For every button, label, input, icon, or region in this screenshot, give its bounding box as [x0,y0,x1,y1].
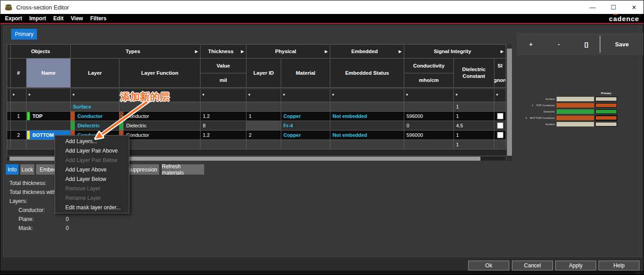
filter-dielectric[interactable]: * [454,89,494,102]
cell-thickness[interactable]: 1.2 [201,112,247,121]
cell-conductivity[interactable]: 0 [404,121,454,131]
vertical-scrollbar-thumb[interactable] [507,49,512,156]
plane-count-value: 0 [66,216,69,222]
preview-primary-dielectric[interactable] [595,109,617,114]
preview-primary-top-conductor[interactable] [595,103,617,108]
col-si-ignore: SI Ignore [494,59,506,88]
cell-embedded-status[interactable]: Not embedded [330,131,404,140]
menu-add-layer-above[interactable]: Add Layer Above [55,165,129,174]
cell-num[interactable]: 1 [11,112,27,121]
cell-thickness[interactable]: 8 [201,121,247,131]
filter-thickness[interactable]: * [201,89,247,102]
preview-label-surface-bottom: Surface [519,123,555,126]
gutter-cell [7,131,11,140]
help-button[interactable]: Help [598,261,639,270]
close-button[interactable]: ✕ [624,0,644,14]
menu-edit[interactable]: Edit [53,15,64,22]
zoom-in-button[interactable]: + [517,33,545,55]
minimize-button[interactable]: — [582,0,603,14]
cell-conductivity[interactable]: 596000 [404,131,454,140]
maximize-button[interactable]: ☐ [603,0,624,14]
zoom-out-button[interactable]: - [545,33,573,55]
filter-material[interactable]: * [281,89,330,102]
cell-dielectric-constant[interactable]: 4.5 [454,121,494,131]
tab-lock[interactable]: Lock [20,164,34,175]
table-group-header-row: Objects Types▶ Thickness▶ Physical▶ Embe… [7,45,506,59]
menu-filters[interactable]: Filters [90,15,106,22]
preview-primary-surface-top[interactable] [595,97,617,101]
preview-primary-surface-bottom[interactable] [595,122,617,126]
col-num: # [11,59,27,88]
cell-si-ignore [494,121,506,131]
cell-layer-id[interactable] [247,121,281,131]
apply-button[interactable]: Apply [555,261,596,270]
cell-thickness[interactable]: 1.2 [201,131,247,140]
cell-num[interactable]: 2 [11,131,27,140]
cell-si-ignore [494,112,506,121]
preview-label-dielectric: Dielectric [519,110,555,113]
preview-column-header: Primary [595,92,617,95]
resize-grip[interactable]: ⋰ [637,269,642,275]
layers-label: Layers: [9,198,27,204]
expand-arrow-icon[interactable]: ▶ [399,50,402,54]
preview-bar-surface-bottom[interactable] [557,122,594,126]
cell-layer-id[interactable]: 1 [247,112,281,121]
filter-si[interactable]: * [494,89,506,102]
cell-dielectric-constant[interactable]: 1 [454,102,494,112]
menu-import[interactable]: Import [29,15,46,22]
si-ignore-checkbox[interactable] [497,132,503,138]
ok-button[interactable]: Ok [468,261,509,270]
tab-refresh-materials[interactable]: Refresh materials [162,164,204,175]
filter-num[interactable]: * [11,89,27,102]
table-column-header-row: # Name Layer Layer Function Value mil La… [7,59,506,88]
fit-button[interactable]: [] [573,33,600,55]
cell-embedded-status[interactable]: Not embedded [330,112,404,121]
si-ignore-checkbox[interactable] [497,122,503,129]
preview-bar-top-conductor[interactable] [557,103,594,108]
menu-edit-mask-layer-order[interactable]: Edit mask layer order... [55,203,129,212]
save-button[interactable]: Save [600,33,644,55]
mask-count-value: 0 [66,225,69,231]
preview-label-top: 1 TOP Conductor [519,104,555,107]
cell-embedded-status[interactable] [330,121,404,131]
filter-name[interactable]: * [27,89,71,102]
group-embedded: Embedded▶ [330,45,404,59]
filter-layer-id[interactable]: * [247,89,281,102]
cell-dielectric-constant[interactable]: 1 [454,131,494,140]
total-thickness-with-label: Total thickness with [9,189,56,195]
expand-arrow-icon[interactable]: ▶ [325,50,328,54]
cell-name[interactable]: TOP [27,112,71,121]
expand-arrow-icon[interactable]: ▶ [195,50,198,54]
col-embedded-status: Embedded Status [330,59,404,88]
menu-add-layer-pair-above[interactable]: Add Layer Pair Above [55,146,129,155]
expand-arrow-icon[interactable]: ▶ [241,50,244,54]
cell-material[interactable]: Fr-4 [281,121,330,131]
cell-conductivity[interactable]: 596000 [404,112,454,121]
expand-arrow-icon[interactable]: ▶ [501,50,503,54]
cell-material[interactable]: Copper [281,131,330,140]
menu-export[interactable]: Export [5,15,22,22]
cell-dielectric-constant[interactable]: 1 [454,112,494,121]
cancel-button[interactable]: Cancel [512,261,553,270]
menu-rename-layer: Rename Layer [55,193,129,203]
layer-color-chip [27,112,30,120]
vertical-scrollbar[interactable] [507,44,512,161]
menu-view[interactable]: View [71,15,83,22]
cell-si-ignore [494,131,506,140]
cell-layer-id[interactable]: 2 [247,131,281,140]
preview-primary-bottom-conductor-selected[interactable] [595,115,617,121]
cell-material[interactable]: Copper [281,112,330,121]
tab-primary[interactable]: Primary [11,29,37,40]
cell-dielectric-constant[interactable]: 1 [454,140,494,149]
menu-add-layer-below[interactable]: Add Layer Below [55,174,129,184]
si-ignore-checkbox[interactable] [497,113,503,119]
app-icon [5,3,13,11]
tab-info[interactable]: Info [6,164,18,175]
filter-conductivity[interactable]: * [404,89,454,102]
preview-bar-dielectric[interactable] [557,109,594,114]
gutter-cell [7,140,11,149]
filter-embedded[interactable]: * [330,89,404,102]
preview-bar-bottom-conductor[interactable] [557,116,594,120]
plane-count-label: Plane: [18,216,34,222]
preview-bar-surface-top[interactable] [557,97,594,101]
